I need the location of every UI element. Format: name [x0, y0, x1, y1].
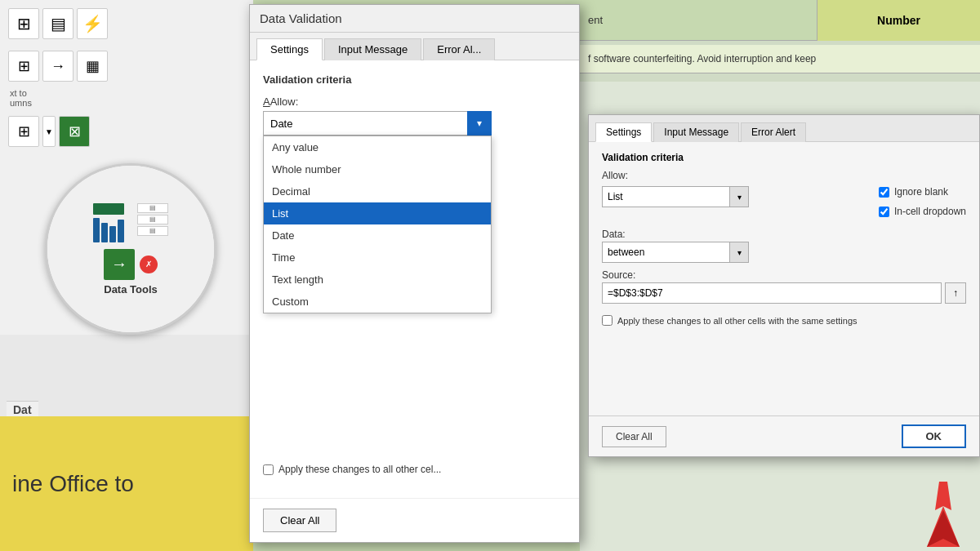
second-data-label: Data:	[602, 229, 966, 240]
magnifier-circle: ▤ ▤ ▤ → ✗ Data Tools	[45, 163, 216, 335]
tab-input-message-main[interactable]: Input Message	[324, 38, 421, 60]
ignore-blank-label: Ignore blank	[894, 186, 948, 198]
apply-changes-text-main: Apply these changes to all other cel...	[278, 464, 441, 475]
data-tools-label: Data Tools	[104, 283, 158, 295]
yellow-banner: ine Office to	[0, 416, 253, 551]
data-section-label: Dat	[7, 401, 38, 418]
clear-all-button-second[interactable]: Clear All	[602, 426, 666, 447]
tab-error-alert-main[interactable]: Error Al...	[423, 38, 495, 60]
dropdown-item-list[interactable]: List	[264, 202, 491, 224]
dialog-main-footer: Clear All	[250, 498, 579, 542]
dialog-main: Data Validation Settings Input Message E…	[249, 4, 580, 543]
dropdown-item-time[interactable]: Time	[264, 247, 491, 269]
in-cell-dropdown-checkbox[interactable]	[879, 207, 889, 217]
second-validation-title: Validation criteria	[602, 152, 966, 163]
apply-changes-label-second: Apply these changes to all other cells w…	[617, 316, 858, 326]
source-range-button[interactable]: ↑	[945, 282, 966, 304]
apply-changes-row-second: Apply these changes to all other cells w…	[602, 315, 966, 326]
dialog-second-body: Validation criteria Allow: List ▾ Ignore…	[589, 142, 979, 415]
allow-dropdown-arrow[interactable]: ▾	[467, 111, 492, 136]
ok-button-second[interactable]: OK	[902, 424, 967, 448]
in-cell-dropdown-row: In-cell dropdown	[879, 206, 966, 217]
clear-all-button-main[interactable]: Clear All	[263, 509, 336, 532]
apply-changes-checkbox-main[interactable]	[263, 464, 274, 475]
in-cell-dropdown-label: In-cell dropdown	[894, 206, 966, 217]
second-allow-label: Allow:	[602, 170, 869, 181]
left-panel: ⊞ ▤ ⚡ ⊞ → ▦ xt to umns ⊞ ▼ ⊠	[0, 0, 253, 551]
dropdown-item-any-value[interactable]: Any value	[264, 136, 491, 158]
header-ent: ent	[580, 14, 603, 26]
dropdown-item-whole-number[interactable]: Whole number	[264, 158, 491, 180]
allow-dropdown-container: Date ▾ Any value Whole number Decimal Li…	[263, 111, 566, 136]
number-column-header: Number	[817, 0, 980, 41]
apply-changes-checkbox-second[interactable]	[602, 315, 612, 326]
tab-settings-second[interactable]: Settings	[595, 122, 652, 142]
source-input-field[interactable]	[602, 282, 942, 304]
dropdown-item-date[interactable]: Date	[264, 224, 491, 247]
tab-input-message-second[interactable]: Input Message	[653, 122, 739, 142]
dialog-main-body: Validation criteria AAllow: Date ▾ Any v…	[250, 60, 579, 498]
dialog-second: Settings Input Message Error Alert Valid…	[588, 114, 980, 457]
dropdown-list: Any value Whole number Decimal List Date…	[263, 136, 492, 313]
ignore-blank-checkbox[interactable]	[879, 187, 889, 198]
second-data-value[interactable]: between	[602, 242, 729, 263]
yellow-banner-text: ine Office to	[12, 471, 134, 497]
dialog-second-footer: Clear All OK	[589, 415, 979, 456]
tab-error-alert-second[interactable]: Error Alert	[741, 122, 806, 142]
dropdown-item-custom[interactable]: Custom	[264, 291, 491, 313]
banner-text: f software counterfeiting. Avoid interru…	[580, 45, 980, 73]
second-source-label: Source:	[602, 269, 966, 281]
dialog-main-tabs: Settings Input Message Error Al...	[250, 33, 579, 60]
apply-changes-row-main: Apply these changes to all other cel...	[263, 464, 566, 475]
second-allow-value[interactable]: List	[602, 186, 729, 207]
tab-settings-main[interactable]: Settings	[256, 38, 323, 60]
second-allow-arrow[interactable]: ▾	[729, 186, 749, 207]
ignore-blank-row: Ignore blank	[879, 186, 966, 198]
second-data-arrow[interactable]: ▾	[729, 242, 749, 263]
dropdown-item-decimal[interactable]: Decimal	[264, 180, 491, 202]
validation-criteria-title: Validation criteria	[263, 73, 566, 86]
allow-selected-value[interactable]: Date	[263, 111, 492, 136]
dialog-second-tabs: Settings Input Message Error Alert	[589, 115, 979, 142]
allow-label: AAllow:	[263, 96, 566, 108]
text-to-label: xt to umns	[8, 88, 108, 108]
dialog-main-title: Data Validation	[250, 5, 579, 33]
dropdown-item-text-length[interactable]: Text length	[264, 269, 491, 291]
